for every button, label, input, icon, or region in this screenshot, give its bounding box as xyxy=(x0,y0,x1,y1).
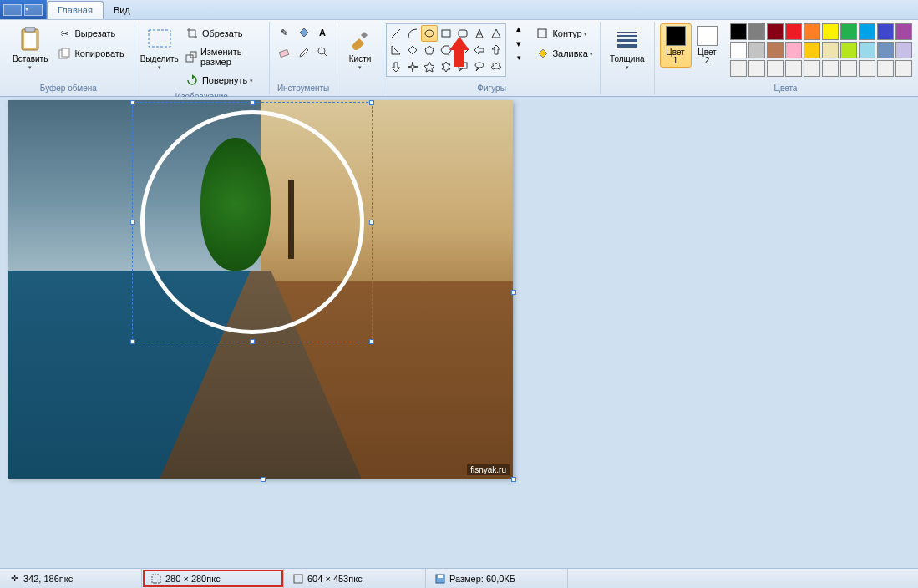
tab-home[interactable]: Главная xyxy=(47,1,104,19)
palette-color[interactable] xyxy=(877,23,894,40)
crop-button[interactable]: Обрезать xyxy=(181,24,264,43)
palette-color[interactable] xyxy=(877,60,894,77)
palette-color[interactable] xyxy=(730,42,747,58)
paste-button[interactable]: Вставить ▾ xyxy=(8,23,52,74)
selection-rect[interactable] xyxy=(132,102,373,342)
palette-color[interactable] xyxy=(804,42,820,58)
group-tools: ✎ A Инструменты xyxy=(270,22,337,94)
palette-color[interactable] xyxy=(895,42,912,58)
palette-color[interactable] xyxy=(822,23,839,40)
color2-button[interactable]: Цвет 2 xyxy=(692,23,723,68)
palette-color[interactable] xyxy=(877,42,894,58)
palette-color[interactable] xyxy=(785,60,802,77)
palette-color[interactable] xyxy=(767,60,784,77)
shape-curve[interactable] xyxy=(404,25,421,42)
shape-star4[interactable] xyxy=(404,58,421,75)
shape-polygon[interactable] xyxy=(471,25,488,42)
shape-triangle[interactable] xyxy=(488,25,505,42)
brushes-button[interactable]: Кисти ▾ xyxy=(342,23,378,74)
palette-color[interactable] xyxy=(785,42,802,58)
brush-icon xyxy=(347,26,373,53)
palette-color[interactable] xyxy=(804,60,820,77)
fill-button[interactable]: Заливка▾ xyxy=(531,44,596,63)
palette-color[interactable] xyxy=(748,23,765,40)
palette-color[interactable] xyxy=(767,23,784,40)
palette-color[interactable] xyxy=(748,60,765,77)
shape-arrow-l[interactable] xyxy=(471,42,488,58)
ribbon-tabs: Главная Вид xyxy=(47,0,140,19)
shape-arrow-u[interactable] xyxy=(488,42,505,58)
eraser-tool[interactable] xyxy=(275,43,293,61)
canvas[interactable]: fisnyak.ru xyxy=(8,100,513,479)
disk-icon xyxy=(434,573,446,585)
rotate-icon xyxy=(185,74,199,87)
palette-color[interactable] xyxy=(748,42,765,58)
palette-color[interactable] xyxy=(822,60,839,77)
svg-rect-12 xyxy=(459,30,467,37)
color-palette xyxy=(730,23,912,77)
shapes-scroll-up[interactable]: ▴ xyxy=(516,23,521,38)
shape-arrow-d[interactable] xyxy=(388,58,404,75)
outline-icon xyxy=(535,27,549,40)
palette-color[interactable] xyxy=(895,23,912,40)
tab-view[interactable]: Вид xyxy=(103,1,141,19)
picker-tool[interactable] xyxy=(294,43,312,61)
shape-oval[interactable] xyxy=(421,25,438,42)
palette-color[interactable] xyxy=(730,60,747,77)
svg-rect-2 xyxy=(24,33,36,48)
palette-color[interactable] xyxy=(840,23,857,40)
outline-button[interactable]: Контур▾ xyxy=(531,24,596,43)
shape-pentagon[interactable] xyxy=(421,42,438,58)
group-shapes: ▴ ▾ ▾ Контур▾ Заливка▾ Фигуры xyxy=(383,22,601,94)
group-thickness: Толщина ▾ . xyxy=(601,22,654,94)
svg-rect-6 xyxy=(186,55,193,62)
thickness-button[interactable]: Толщина ▾ xyxy=(606,23,648,74)
palette-color[interactable] xyxy=(767,42,784,58)
group-label: Фигуры xyxy=(477,82,505,94)
group-image: Выделить ▾ Обрезать Изменить размер Пове… xyxy=(134,22,270,94)
svg-rect-17 xyxy=(294,575,302,583)
shapes-scroll-down[interactable]: ▾ xyxy=(516,38,521,53)
select-button[interactable]: Выделить ▾ xyxy=(139,23,180,74)
title-bar: ▾ Главная Вид xyxy=(0,0,918,19)
group-label: Инструменты xyxy=(277,82,329,94)
status-bar: ✛ 342, 186пкс 280 × 280пкс 604 × 453пкс … xyxy=(0,568,918,588)
palette-color[interactable] xyxy=(785,23,802,40)
shapes-expand[interactable]: ▾ xyxy=(517,53,521,68)
resize-button[interactable]: Изменить размер xyxy=(181,44,264,69)
thickness-icon xyxy=(614,26,641,53)
palette-color[interactable] xyxy=(804,23,820,40)
resize-icon xyxy=(185,50,197,63)
color1-button[interactable]: Цвет 1 xyxy=(660,23,692,68)
zoom-tool[interactable] xyxy=(313,43,332,61)
file-menu-button[interactable]: ▾ xyxy=(0,0,47,19)
svg-rect-16 xyxy=(152,575,160,583)
palette-color[interactable] xyxy=(840,60,857,77)
shape-star5[interactable] xyxy=(421,58,438,75)
copy-icon xyxy=(58,47,71,60)
shape-rtriangle[interactable] xyxy=(388,42,404,58)
text-tool[interactable]: A xyxy=(313,23,332,42)
work-area[interactable]: fisnyak.ru xyxy=(0,97,918,568)
shape-callout-oval[interactable] xyxy=(471,58,488,75)
shape-diamond[interactable] xyxy=(404,42,421,58)
palette-color[interactable] xyxy=(859,42,875,58)
palette-color[interactable] xyxy=(895,60,912,77)
shape-callout-cloud[interactable] xyxy=(488,58,505,75)
palette-color[interactable] xyxy=(859,60,875,77)
shape-line[interactable] xyxy=(388,25,404,42)
crosshair-icon: ✛ xyxy=(8,573,20,585)
palette-color[interactable] xyxy=(822,42,839,58)
bucket-tool[interactable] xyxy=(294,23,312,42)
cut-button[interactable]: ✂ Вырезать xyxy=(53,24,128,43)
copy-button[interactable]: Копировать xyxy=(53,44,128,63)
palette-color[interactable] xyxy=(859,23,875,40)
palette-color[interactable] xyxy=(730,23,747,40)
svg-rect-15 xyxy=(538,29,546,38)
rotate-button[interactable]: Повернуть▾ xyxy=(181,71,264,89)
svg-rect-19 xyxy=(438,575,443,578)
palette-color[interactable] xyxy=(840,42,857,58)
shapes-gallery[interactable] xyxy=(386,23,506,77)
svg-rect-1 xyxy=(25,27,35,32)
pencil-tool[interactable]: ✎ xyxy=(275,23,293,42)
